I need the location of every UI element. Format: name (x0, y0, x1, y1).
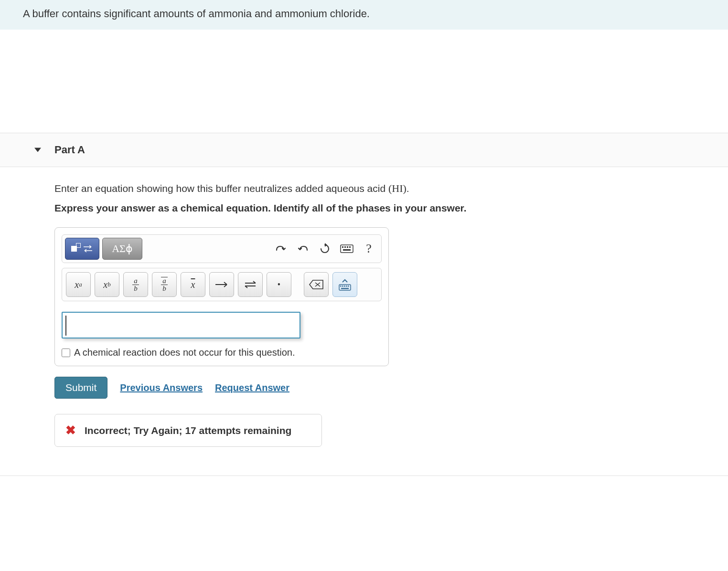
undo-button[interactable] (271, 239, 290, 258)
no-reaction-checkbox[interactable] (62, 349, 70, 357)
keyboard-small-icon (339, 284, 351, 291)
svg-rect-6 (339, 285, 351, 290)
prompt-text: Enter an equation showing how this buffe… (54, 182, 705, 195)
svg-rect-7 (340, 286, 342, 287)
help-button[interactable]: ? (359, 239, 378, 258)
backspace-icon (309, 279, 324, 290)
caret-down-icon (34, 148, 41, 152)
chemistry-icon (71, 245, 93, 253)
editor-tools-row: xa xb ab ab x • (62, 268, 382, 301)
feedback-text: Incorrect; Try Again; 17 attempts remain… (85, 425, 291, 436)
no-reaction-label: A chemical reaction does not occur for t… (74, 347, 295, 358)
redo-icon (297, 243, 309, 254)
submit-button[interactable]: Submit (54, 377, 107, 399)
prompt-prefix: Enter an equation showing how this buffe… (54, 183, 388, 194)
reset-icon (319, 243, 331, 254)
overline-button[interactable]: x (181, 272, 205, 297)
prompt-formula: (HI) (388, 182, 407, 194)
svg-rect-1 (342, 246, 343, 248)
previous-answers-link[interactable]: Previous Answers (120, 382, 203, 393)
dot-button[interactable]: • (267, 272, 291, 297)
incorrect-icon: ✖ (65, 423, 76, 438)
keyboard-toggle-button[interactable] (332, 272, 357, 297)
equilibrium-icon (243, 280, 257, 289)
editor-tabs-row: ΑΣϕ ? (62, 234, 382, 263)
redo-button[interactable] (293, 239, 312, 258)
subscript-button[interactable]: xb (95, 272, 119, 297)
svg-rect-3 (347, 246, 348, 248)
tab-greek[interactable]: ΑΣϕ (102, 238, 142, 260)
backspace-button[interactable] (304, 272, 329, 297)
problem-statement: A buffer contains significant amounts of… (0, 0, 728, 30)
actions-row: Submit Previous Answers Request Answer (54, 377, 705, 399)
tab-chemistry[interactable] (65, 238, 99, 260)
fraction-button[interactable]: ab (123, 272, 148, 297)
equation-editor: ΑΣϕ ? xa xb ab ab x (54, 227, 389, 366)
svg-rect-4 (349, 246, 351, 248)
svg-rect-12 (341, 288, 349, 289)
keyboard-button[interactable] (337, 239, 356, 258)
part-body: Enter an equation showing how this buffe… (0, 167, 728, 476)
right-arrow-button[interactable] (209, 272, 234, 297)
no-reaction-row[interactable]: A chemical reaction does not occur for t… (62, 347, 382, 358)
right-arrow-icon (214, 281, 229, 288)
svg-rect-2 (344, 246, 346, 248)
part-header[interactable]: Part A (0, 133, 728, 167)
undo-icon (275, 243, 287, 254)
feedback-box: ✖ Incorrect; Try Again; 17 attempts rema… (54, 414, 322, 447)
part-title: Part A (54, 144, 85, 156)
text-cursor (65, 316, 66, 336)
answer-input[interactable] (62, 312, 300, 338)
svg-rect-9 (344, 286, 345, 287)
reset-button[interactable] (315, 239, 334, 258)
svg-rect-11 (348, 286, 349, 287)
chevron-up-icon (342, 279, 348, 283)
svg-rect-8 (342, 286, 343, 287)
request-answer-link[interactable]: Request Answer (215, 382, 289, 393)
svg-rect-0 (341, 245, 353, 253)
instruction-text: Express your answer as a chemical equati… (54, 202, 705, 214)
prompt-suffix: . (407, 183, 409, 194)
spacer (0, 30, 728, 133)
svg-rect-10 (346, 286, 347, 287)
keyboard-icon (340, 244, 353, 253)
superscript-button[interactable]: xa (66, 272, 91, 297)
equilibrium-arrow-button[interactable] (238, 272, 263, 297)
fraction-bar-button[interactable]: ab (152, 272, 177, 297)
svg-rect-5 (343, 249, 351, 251)
